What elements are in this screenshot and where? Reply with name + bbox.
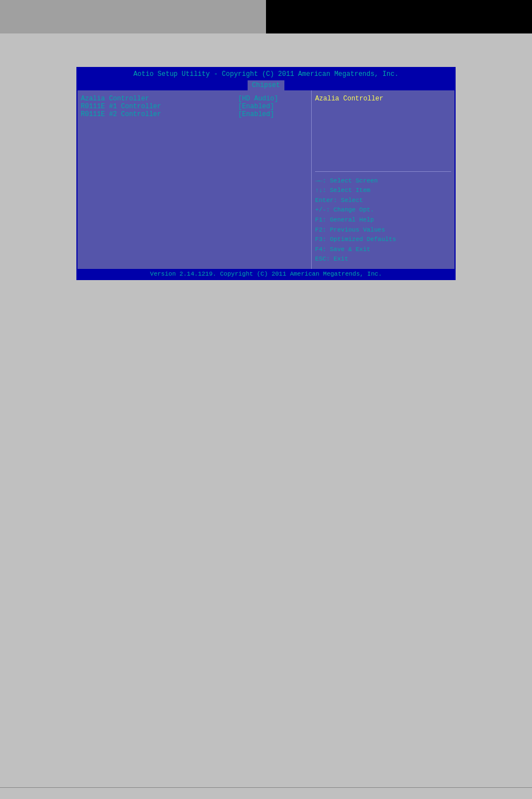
bios-title-text: Aotio Setup Utility - Copyright (C) 2011… xyxy=(133,70,398,78)
bios-divider xyxy=(315,171,451,172)
bios-help: →←: Select Screen ↑↓: Select Item Enter:… xyxy=(315,176,451,264)
top-bar xyxy=(0,0,532,33)
bios-footer: Version 2.14.1219. Copyright (C) 2011 Am… xyxy=(78,269,454,279)
spacer xyxy=(0,33,532,50)
help-line-3: +/-: Change Opt. xyxy=(315,205,451,215)
bios-footer-text: Version 2.14.1219. Copyright (C) 2011 Am… xyxy=(150,271,382,277)
help-line-4: F1: General Help xyxy=(315,215,451,225)
bottom-line xyxy=(0,787,532,788)
bios-right-panel: Azalia Controller →←: Select Screen ↑↓: … xyxy=(311,90,454,269)
top-bar-right xyxy=(266,0,532,33)
bios-body: Azalia Controller R0111E #1 Controller R… xyxy=(78,90,454,269)
bios-description: Azalia Controller xyxy=(315,95,451,167)
bios-items-left: Azalia Controller R0111E #1 Controller R… xyxy=(78,90,236,269)
item-label-2[interactable]: R0111E #2 Controller xyxy=(81,110,232,118)
bios-tab-chipset[interactable]: Chipset xyxy=(248,80,284,90)
help-line-2: Enter: Select xyxy=(315,196,451,206)
bios-tab-bar: Chipset xyxy=(78,79,454,90)
help-line-1: ↑↓: Select Item xyxy=(315,186,451,196)
bios-title: Aotio Setup Utility - Copyright (C) 2011… xyxy=(78,68,454,79)
item-value-1: [Enabled] xyxy=(238,103,309,110)
bios-window: Aotio Setup Utility - Copyright (C) 2011… xyxy=(76,67,456,280)
bios-items-middle: [HD Audio] [Enabled] [Enabled] xyxy=(236,90,311,269)
help-line-5: F2: Previous Values xyxy=(315,225,451,235)
item-value-2: [Enabled] xyxy=(238,110,309,118)
top-bar-left xyxy=(0,0,266,33)
help-line-0: →←: Select Screen xyxy=(315,176,451,186)
item-label-1[interactable]: R0111E #1 Controller xyxy=(81,103,232,110)
help-line-8: ESC: Exit xyxy=(315,254,451,264)
item-label-0[interactable]: Azalia Controller xyxy=(81,95,232,103)
help-line-7: F4: Save & Exit xyxy=(315,245,451,255)
item-value-0: [HD Audio] xyxy=(238,95,309,103)
help-line-6: F3: Optimized Defaults xyxy=(315,235,451,245)
